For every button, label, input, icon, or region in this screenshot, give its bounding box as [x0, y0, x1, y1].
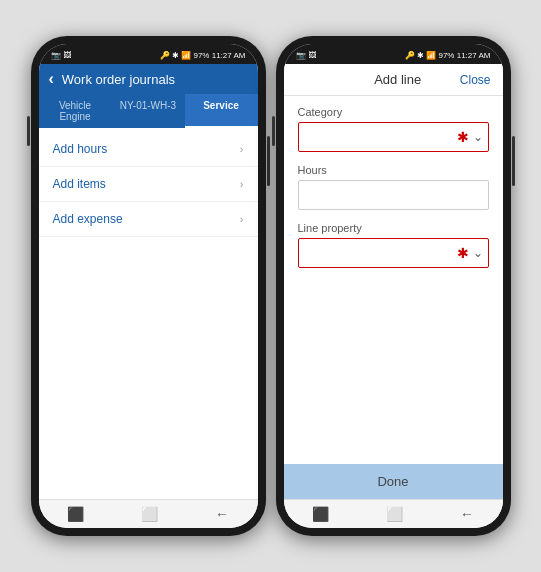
- add-expense-item[interactable]: Add expense ›: [39, 202, 258, 237]
- add-hours-item[interactable]: Add hours ›: [39, 132, 258, 167]
- category-group: Category ✱ ⌄: [298, 106, 489, 152]
- category-select-icons: ✱ ⌄: [457, 130, 483, 144]
- nav-home-1[interactable]: ⬜: [141, 506, 158, 522]
- tab-ny01wh3[interactable]: NY-01-WH-3: [112, 94, 185, 128]
- add-hours-label: Add hours: [53, 142, 108, 156]
- status-right-1: 🔑 ✱ 📶 97% 11:27 AM: [160, 51, 246, 60]
- hours-input[interactable]: [298, 180, 489, 210]
- status-bar-2: 📷 🖼 🔑 ✱ 📶 97% 11:27 AM: [284, 44, 503, 64]
- line-property-select-icons: ✱ ⌄: [457, 246, 483, 260]
- tab-service[interactable]: Service: [185, 94, 258, 128]
- chevron-right-icon-2: ›: [240, 178, 244, 190]
- chevron-right-icon-1: ›: [240, 143, 244, 155]
- page-title-1: Work order journals: [62, 72, 175, 87]
- line-property-label: Line property: [298, 222, 489, 234]
- add-line-form: Category ✱ ⌄ Hours Line: [284, 96, 503, 464]
- phone-2: 📷 🖼 🔑 ✱ 📶 97% 11:27 AM Add line Close Ca…: [276, 36, 511, 536]
- chevron-right-icon-3: ›: [240, 213, 244, 225]
- status-left-1: 📷 🖼: [51, 51, 71, 60]
- add-items-label: Add items: [53, 177, 106, 191]
- nav-home-2[interactable]: ⬜: [386, 506, 403, 522]
- line-property-group: Line property ✱ ⌄: [298, 222, 489, 268]
- add-items-item[interactable]: Add items ›: [39, 167, 258, 202]
- nav-back-1[interactable]: ←: [215, 506, 229, 522]
- category-chevron-icon: ⌄: [473, 130, 483, 144]
- category-label: Category: [298, 106, 489, 118]
- line-property-chevron-icon: ⌄: [473, 246, 483, 260]
- hours-label: Hours: [298, 164, 489, 176]
- phone-1: 📷 🖼 🔑 ✱ 📶 97% 11:27 AM ‹ Work order jour…: [31, 36, 266, 536]
- tab-bar: Vehicle Engine NY-01-WH-3 Service: [39, 94, 258, 128]
- status-bar-1: 📷 🖼 🔑 ✱ 📶 97% 11:27 AM: [39, 44, 258, 64]
- close-button[interactable]: Close: [460, 73, 491, 87]
- bottom-nav-2: ⬛ ⬜ ←: [284, 499, 503, 528]
- nav-back-2[interactable]: ←: [460, 506, 474, 522]
- nav-recent-1[interactable]: ⬛: [67, 506, 84, 522]
- category-required-icon: ✱: [457, 130, 469, 144]
- nav-recent-2[interactable]: ⬛: [312, 506, 329, 522]
- hours-group: Hours: [298, 164, 489, 210]
- header-work-order: ‹ Work order journals: [39, 64, 258, 94]
- status-right-2: 🔑 ✱ 📶 97% 11:27 AM: [405, 51, 491, 60]
- line-property-required-icon: ✱: [457, 246, 469, 260]
- done-button[interactable]: Done: [284, 464, 503, 499]
- bottom-nav-1: ⬛ ⬜ ←: [39, 499, 258, 528]
- back-button[interactable]: ‹: [49, 70, 54, 88]
- header-add-line: Add line Close: [284, 64, 503, 96]
- menu-list: Add hours › Add items › Add expense ›: [39, 128, 258, 499]
- status-left-2: 📷 🖼: [296, 51, 316, 60]
- line-property-select-wrapper: ✱ ⌄: [298, 238, 489, 268]
- add-line-title: Add line: [374, 72, 421, 87]
- category-select-wrapper: ✱ ⌄: [298, 122, 489, 152]
- add-expense-label: Add expense: [53, 212, 123, 226]
- tab-vehicle-engine[interactable]: Vehicle Engine: [39, 94, 112, 128]
